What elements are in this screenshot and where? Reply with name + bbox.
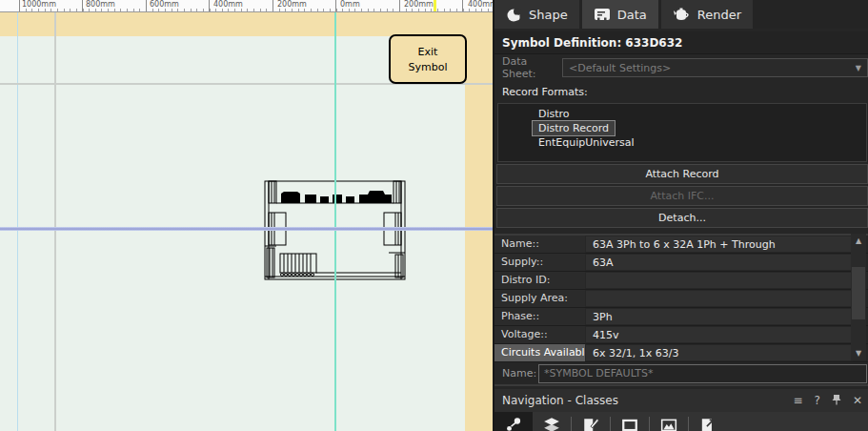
saved-views-icon[interactable] (650, 412, 688, 431)
viewports-icon[interactable] (611, 412, 649, 431)
ruler-label: 1000mm (22, 0, 56, 9)
list-item-distro[interactable]: Distro (533, 107, 575, 121)
field-row-name: Name:: 63A 3Ph to 6 x 32A 1Ph + Through (495, 236, 868, 254)
record-fields-table: Name:: 63A 3Ph to 6 x 32A 1Ph + Through … (495, 234, 868, 360)
data-sheet-dropdown[interactable]: <Default Settings> ▼ (562, 58, 868, 77)
drawing-canvas[interactable]: Exit Symbol 1000mm 800mm 600mm 400mm 200… (0, 0, 493, 431)
tab-shape[interactable]: Shape (495, 0, 579, 29)
field-label: Circuits Available: (495, 344, 585, 361)
shape-icon (506, 7, 522, 23)
tab-data-label: Data (617, 8, 647, 22)
field-row-voltage: Voltage:: 415v (495, 326, 868, 344)
attach-record-button[interactable]: Attach Record (496, 164, 868, 184)
exit-symbol-label-1: Exit (418, 46, 438, 58)
field-label: Supply:: (495, 254, 585, 271)
help-icon[interactable]: ? (815, 395, 820, 406)
detach-button[interactable]: Detach... (496, 208, 868, 228)
fields-scrollbar[interactable]: ▲ ▼ (851, 234, 866, 360)
navigation-panel-title: Navigation - Classes (502, 394, 618, 407)
field-row-supply: Supply:: 63A (495, 254, 868, 272)
exit-symbol-button[interactable]: Exit Symbol (389, 34, 467, 84)
list-item-distro-record[interactable]: Distro Record (533, 121, 615, 135)
scrollbar-thumb[interactable] (852, 267, 865, 319)
navigation-palette-bar (495, 412, 868, 431)
field-row-distro-id: Distro ID: (495, 272, 868, 290)
ruler-label: 400mm (213, 0, 243, 9)
list-item-entequipuniversal[interactable]: EntEquipUniversal (533, 135, 640, 150)
exit-symbol-label-2: Symbol (409, 61, 448, 73)
symbol-name-placeholder: *SYMBOL DEFAULTS* (544, 367, 653, 380)
field-value[interactable]: 415v (585, 326, 853, 343)
tab-data[interactable]: Data (582, 0, 658, 29)
ruler-label: 400mm (468, 0, 493, 9)
ruler-label: 200mm (404, 0, 434, 9)
field-row-circuits-available: Circuits Available: 6x 32/1, 1x 63/3 (495, 344, 868, 362)
classes-icon[interactable] (495, 412, 533, 431)
grid-line-vertical (54, 12, 56, 431)
close-icon[interactable]: ✕ (853, 395, 862, 406)
tab-render-label: Render (697, 8, 741, 22)
field-label: Name:: (495, 236, 585, 253)
field-value[interactable] (585, 290, 853, 307)
symbol-name-label: Name: (502, 367, 538, 380)
axis-line-vertical (334, 12, 336, 431)
chevron-down-icon: ▼ (856, 64, 861, 72)
tab-shape-label: Shape (529, 8, 568, 22)
ruler-label: 0mm (340, 0, 360, 9)
field-label: Supply Area: (495, 290, 585, 307)
pin-icon[interactable] (832, 394, 841, 407)
scroll-up-icon[interactable]: ▲ (851, 234, 866, 248)
data-sheet-row: Data Sheet: <Default Settings> ▼ (495, 55, 868, 80)
field-row-supply-area: Supply Area: (495, 290, 868, 308)
menu-icon[interactable]: ≡ (794, 395, 803, 406)
tab-render[interactable]: Render (661, 0, 753, 29)
symbol-name-row: Name: *SYMBOL DEFAULTS* (495, 362, 868, 386)
sheet-layers-icon[interactable] (572, 412, 610, 431)
navigation-panel-header: Navigation - Classes ≡ ? ✕ (495, 389, 868, 412)
design-layers-icon[interactable] (533, 412, 571, 431)
field-label: Voltage:: (495, 326, 585, 343)
symbol-definition-header: Symbol Definition: 633D632 (495, 31, 868, 54)
field-value[interactable]: 6x 32/1, 1x 63/3 (585, 344, 853, 361)
scroll-down-icon[interactable]: ▼ (851, 346, 866, 360)
field-value[interactable]: 3Ph (585, 308, 853, 325)
object-info-panel: Shape Data Render (493, 0, 868, 431)
guide-line-blue (17, 12, 18, 431)
ruler-label: 800mm (86, 0, 115, 9)
render-icon (673, 8, 691, 22)
record-formats-list: Distro Distro Record EntEquipUniversal (497, 103, 867, 162)
references-icon[interactable] (689, 412, 727, 431)
ruler-label: 200mm (277, 0, 307, 9)
field-row-phase: Phase:: 3Ph (495, 308, 868, 326)
symbol-name-input[interactable]: *SYMBOL DEFAULTS* (538, 364, 867, 383)
panel-tab-bar: Shape Data Render (495, 0, 868, 29)
ruler-label: 600mm (150, 0, 179, 9)
field-label: Distro ID: (495, 272, 585, 289)
application-window: Exit Symbol 1000mm 800mm 600mm 400mm 200… (0, 0, 868, 431)
field-value[interactable] (585, 272, 853, 289)
horizontal-ruler: 1000mm 800mm 600mm 400mm 200mm 0mm 200mm… (0, 0, 493, 12)
attach-ifc-button: Attach IFC... (496, 186, 868, 206)
guide-line-horizontal (0, 227, 493, 231)
data-icon (594, 8, 611, 22)
field-value[interactable]: 63A 3Ph to 6 x 32A 1Ph + Through (585, 236, 853, 253)
data-sheet-value: <Default Settings> (569, 62, 671, 74)
field-value[interactable]: 63A (585, 254, 853, 271)
record-formats-label: Record Formats: (502, 86, 588, 98)
ruler-cursor-marker (434, 0, 436, 12)
data-sheet-label: Data Sheet: (502, 55, 562, 80)
field-label: Phase:: (495, 308, 585, 325)
